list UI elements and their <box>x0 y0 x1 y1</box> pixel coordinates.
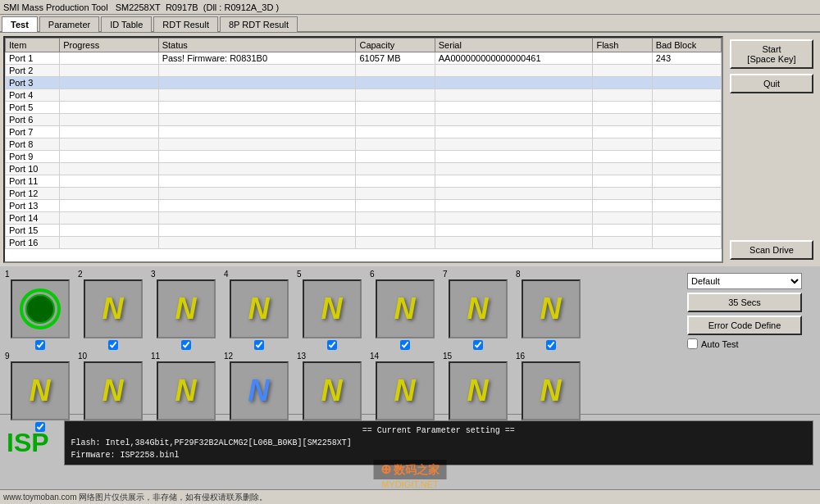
port-num-10: 10 <box>78 352 87 361</box>
chip-info: SM2258XT <box>116 2 161 12</box>
table-row[interactable]: Port 16 <box>6 237 722 249</box>
main-table-container: Item Progress Status Capacity Serial Fla… <box>3 36 723 263</box>
port-item-14: 14N <box>370 352 440 432</box>
port-icon-container-5[interactable]: N <box>303 279 362 338</box>
cell-status <box>158 65 356 77</box>
cell-capacity <box>356 151 435 163</box>
cell-serial <box>435 175 593 188</box>
table-row[interactable]: Port 7 <box>6 126 722 138</box>
table-row[interactable]: Port 14 <box>6 212 722 225</box>
tab-parameter[interactable]: Parameter <box>39 16 99 32</box>
port-checkbox-8[interactable] <box>546 340 556 350</box>
port-icon-container-10[interactable]: N <box>84 361 143 420</box>
param-title: == Current Parameter setting == <box>71 425 806 437</box>
cell-progress <box>60 65 158 77</box>
app-name: SMI Mass Production Tool <box>3 2 108 12</box>
table-row[interactable]: Port 15 <box>6 225 722 237</box>
port-table: Item Progress Status Capacity Serial Fla… <box>5 38 722 249</box>
cell-badBlock <box>652 163 721 175</box>
cell-item: Port 16 <box>6 237 60 249</box>
cell-serial <box>435 188 593 200</box>
table-row[interactable]: Port 5 <box>6 102 722 114</box>
port-icon-container-12[interactable]: N <box>230 361 289 420</box>
cell-capacity <box>356 114 435 126</box>
port-icon-container-9[interactable]: N <box>11 361 70 420</box>
profile-dropdown[interactable]: Default <box>687 273 802 289</box>
port-num-2: 2 <box>78 270 83 279</box>
cell-flash <box>593 138 652 151</box>
table-row[interactable]: Port 6 <box>6 114 722 126</box>
cell-capacity <box>356 212 435 225</box>
auto-test-checkbox[interactable] <box>687 338 698 349</box>
port-icon-container-11[interactable]: N <box>157 361 216 420</box>
port-item-5: 5N <box>297 270 367 350</box>
cell-progress <box>60 188 158 200</box>
port-item-11: 11N <box>151 352 221 432</box>
table-row[interactable]: Port 4 <box>6 89 722 102</box>
table-row[interactable]: Port 9 <box>6 151 722 163</box>
tab-rdt-result[interactable]: RDT Result <box>153 16 218 32</box>
port-icon-container-15[interactable]: N <box>449 361 508 420</box>
port-checkbox-7[interactable] <box>473 340 483 350</box>
cell-progress <box>60 89 158 102</box>
cell-progress <box>60 77 158 89</box>
table-row[interactable]: Port 2 <box>6 65 722 77</box>
port-checkbox-2[interactable] <box>108 340 118 350</box>
cell-capacity: 61057 MB <box>356 52 435 65</box>
cell-badBlock <box>652 225 721 237</box>
watermark-line2: MYDIGIT.NET <box>374 479 447 489</box>
table-row[interactable]: Port 8 <box>6 138 722 151</box>
table-row[interactable]: Port 3 <box>6 77 722 89</box>
port-num-13: 13 <box>297 352 306 361</box>
cell-badBlock <box>652 65 721 77</box>
port-icon-container-4[interactable]: N <box>230 279 289 338</box>
table-row[interactable]: Port 13 <box>6 200 722 212</box>
table-row[interactable]: Port 11 <box>6 175 722 188</box>
port-icon-container-3[interactable]: N <box>157 279 216 338</box>
cell-serial <box>435 126 593 138</box>
error-code-button[interactable]: Error Code Define <box>687 316 802 335</box>
port-checkbox-4[interactable] <box>254 340 264 350</box>
scan-drive-button[interactable]: Scan Drive <box>730 240 813 260</box>
port-icon-container-16[interactable]: N <box>522 361 581 420</box>
tab-test[interactable]: Test <box>2 16 38 32</box>
table-row[interactable]: Port 10 <box>6 163 722 175</box>
tab-8p-rdt-result[interactable]: 8P RDT Result <box>220 16 298 32</box>
port-icon-container-7[interactable]: N <box>449 279 508 338</box>
port-icon-container-8[interactable]: N <box>522 279 581 338</box>
cell-item: Port 14 <box>6 212 60 225</box>
port-checkbox-1[interactable] <box>35 340 45 350</box>
quit-button[interactable]: Quit <box>730 74 813 93</box>
port-item-6: 6N <box>370 270 440 350</box>
cell-badBlock <box>652 89 721 102</box>
port-icon-container-14[interactable]: N <box>376 361 435 420</box>
tab-id-table[interactable]: ID Table <box>101 16 152 32</box>
timer-button[interactable]: 35 Secs <box>687 293 802 312</box>
cell-badBlock <box>652 200 721 212</box>
port-checkbox-3[interactable] <box>181 340 191 350</box>
port-icon-container-2[interactable]: N <box>84 279 143 338</box>
cell-capacity <box>356 175 435 188</box>
cell-flash <box>593 126 652 138</box>
cell-status <box>158 225 356 237</box>
cell-status <box>158 188 356 200</box>
port-checkbox-5[interactable] <box>327 340 337 350</box>
start-button[interactable]: Start[Space Key] <box>730 39 813 69</box>
port-item-2: 2N <box>78 270 148 350</box>
cell-serial <box>435 225 593 237</box>
param-box: == Current Parameter setting == Flash: I… <box>64 420 813 465</box>
port-checkbox-6[interactable] <box>400 340 410 350</box>
dll-info: (Dll : R0912A_3D ) <box>203 2 279 12</box>
port-num-11: 11 <box>151 352 160 361</box>
cell-capacity <box>356 102 435 114</box>
table-row[interactable]: Port 1Pass! Firmware: R0831B061057 MBAA0… <box>6 52 722 65</box>
cell-item: Port 6 <box>6 114 60 126</box>
port-icon-container-1[interactable] <box>11 279 70 338</box>
cell-item: Port 11 <box>6 175 60 188</box>
port-icon-container-13[interactable]: N <box>303 361 362 420</box>
table-row[interactable]: Port 12 <box>6 188 722 200</box>
cell-flash <box>593 77 652 89</box>
port-item-3: 3N <box>151 270 221 350</box>
port-icon-container-6[interactable]: N <box>376 279 435 338</box>
col-item: Item <box>6 39 60 52</box>
